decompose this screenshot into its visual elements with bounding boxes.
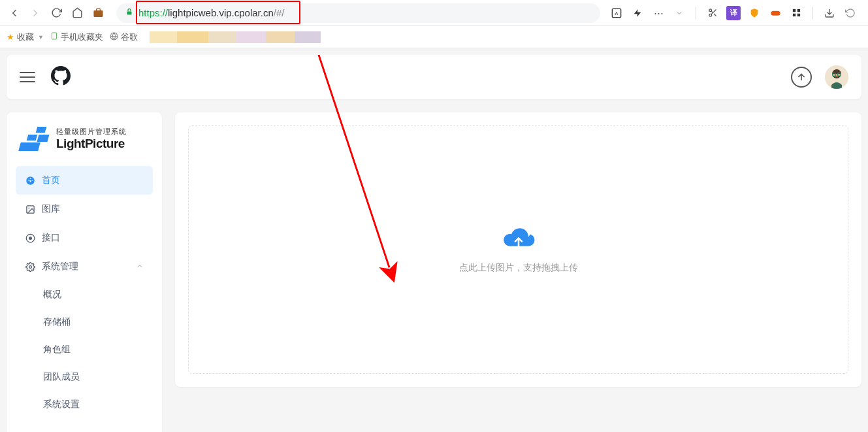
- svg-rect-13: [792, 14, 795, 16]
- translate-badge-icon[interactable]: 译: [726, 6, 741, 20]
- svg-point-5: [709, 9, 711, 12]
- svg-point-29: [29, 265, 31, 268]
- chevron-down-icon[interactable]: [672, 6, 686, 20]
- google-bookmark[interactable]: 谷歌: [110, 31, 138, 43]
- translate-icon[interactable]: A: [609, 6, 624, 20]
- sidebar-item-gallery[interactable]: 图库: [16, 195, 153, 224]
- sidebar-api-label: 接口: [42, 232, 60, 244]
- grid-icon[interactable]: [789, 6, 803, 20]
- dashboard-icon: [25, 175, 35, 186]
- url-text: https://lightpicweb.vip.cpolar.cn/#/: [138, 7, 284, 18]
- gamepad-icon[interactable]: [768, 6, 782, 20]
- svg-rect-14: [797, 14, 799, 16]
- svg-rect-10: [771, 11, 780, 16]
- upload-button[interactable]: [791, 67, 812, 88]
- sidebar-submenu-system: 概况 存储桶 角色组 团队成员 系统设置: [16, 281, 153, 418]
- image-icon: [25, 204, 35, 214]
- sidebar-item-api[interactable]: 接口: [16, 224, 153, 252]
- upload-hint-text: 点此上传图片，支持拖拽上传: [459, 262, 578, 274]
- svg-line-8: [714, 14, 716, 16]
- user-avatar[interactable]: [825, 65, 848, 89]
- sidebar-sub-storage[interactable]: 存储桶: [34, 308, 153, 336]
- sidebar-item-system[interactable]: 系统管理: [16, 252, 153, 281]
- download-icon[interactable]: [822, 6, 837, 20]
- upload-dropzone[interactable]: 点此上传图片，支持拖拽上传: [188, 125, 848, 374]
- favorites-folder[interactable]: ★ 收藏 ▼: [7, 31, 44, 43]
- menu-toggle-button[interactable]: [20, 69, 35, 85]
- sidebar-item-home[interactable]: 首页: [16, 166, 153, 195]
- svg-text:A: A: [615, 10, 619, 16]
- avatar-icon: [825, 65, 848, 89]
- bookmarks-bar: ★ 收藏 ▼ 手机收藏夹 谷歌: [0, 26, 868, 48]
- star-icon: ★: [7, 32, 14, 42]
- svg-rect-1: [127, 12, 132, 15]
- favorites-label: 收藏: [17, 31, 34, 43]
- reload-button[interactable]: [47, 4, 65, 22]
- main-content: 点此上传图片，支持拖拽上传: [175, 112, 861, 387]
- mobile-fav-label: 手机收藏夹: [61, 31, 103, 43]
- svg-point-26: [28, 207, 29, 208]
- svg-point-28: [29, 237, 32, 240]
- toolbar-right: A ⋯ 译: [609, 6, 863, 20]
- blurred-bookmarks: [150, 31, 321, 43]
- sidebar-sub-settings[interactable]: 系统设置: [34, 391, 153, 418]
- cloud-upload-icon: [501, 225, 536, 253]
- scissors-icon[interactable]: [705, 6, 720, 20]
- github-icon: [51, 66, 71, 86]
- divider: [696, 7, 696, 20]
- forward-button[interactable]: [26, 4, 44, 22]
- sidebar: 轻量级图片管理系统 LightPicture 首页 图库 接口 系统管理: [7, 112, 162, 432]
- gear-icon: [25, 261, 35, 272]
- logo-icon: [20, 125, 51, 152]
- github-link[interactable]: [51, 66, 71, 88]
- svg-rect-11: [792, 9, 795, 12]
- google-label: 谷歌: [121, 31, 138, 43]
- chevron-up-icon: [136, 261, 144, 272]
- mobile-icon: [50, 31, 58, 42]
- sidebar-home-label: 首页: [42, 174, 60, 186]
- svg-rect-0: [93, 10, 103, 17]
- sidebar-gallery-label: 图库: [42, 203, 60, 215]
- svg-rect-16: [52, 33, 56, 39]
- back-button[interactable]: [5, 4, 24, 22]
- app-header: [7, 55, 861, 99]
- logo[interactable]: 轻量级图片管理系统 LightPicture: [16, 125, 153, 152]
- sidebar-system-label: 系统管理: [42, 261, 78, 273]
- sidebar-sub-roles[interactable]: 角色组: [34, 336, 153, 363]
- shield-icon[interactable]: [747, 6, 762, 20]
- home-button[interactable]: [68, 4, 86, 22]
- logo-title: LightPicture: [56, 137, 127, 151]
- globe-icon: [110, 32, 118, 42]
- api-icon: [25, 233, 35, 243]
- undo-icon[interactable]: [843, 6, 858, 20]
- divider: [812, 7, 813, 20]
- more-icon[interactable]: ⋯: [651, 6, 666, 20]
- logo-subtitle: 轻量级图片管理系统: [56, 127, 127, 137]
- mobile-favorites[interactable]: 手机收藏夹: [50, 31, 103, 43]
- svg-rect-12: [797, 9, 799, 12]
- svg-marker-4: [634, 9, 641, 17]
- browser-toolbar: https://lightpicweb.vip.cpolar.cn/#/ A ⋯…: [0, 0, 868, 26]
- lightning-icon[interactable]: [630, 6, 645, 20]
- app-area: 轻量级图片管理系统 LightPicture 首页 图库 接口 系统管理: [0, 55, 868, 432]
- address-bar[interactable]: https://lightpicweb.vip.cpolar.cn/#/: [116, 3, 600, 23]
- svg-point-6: [709, 14, 711, 16]
- dropdown-arrow-icon: ▼: [38, 34, 44, 41]
- sidebar-sub-overview[interactable]: 概况: [34, 281, 153, 308]
- svg-line-9: [711, 11, 713, 12]
- lock-icon: [125, 8, 133, 18]
- sidebar-sub-team[interactable]: 团队成员: [34, 363, 153, 391]
- upload-arrow-icon: [796, 72, 807, 82]
- briefcase-icon[interactable]: [89, 4, 107, 22]
